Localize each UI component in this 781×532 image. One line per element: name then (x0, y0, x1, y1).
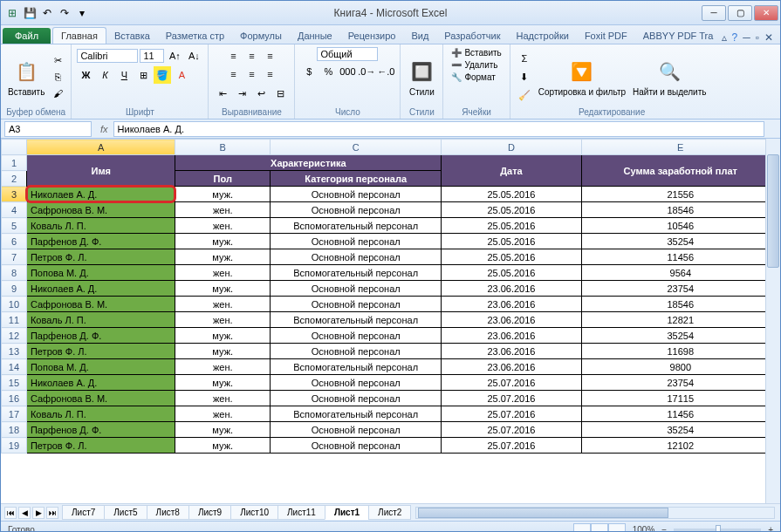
tab-developer[interactable]: Разработчик (436, 28, 508, 44)
align-bottom-icon[interactable]: ≡ (261, 47, 278, 65)
table-header-category[interactable]: Категория персонала (270, 171, 441, 187)
cell-date[interactable]: 25.07.2016 (442, 391, 581, 406)
decrease-font-icon[interactable]: A↓ (185, 47, 202, 65)
cell-name[interactable]: Николаев А. Д. (26, 187, 175, 202)
row-header[interactable]: 13 (2, 344, 27, 359)
increase-indent-icon[interactable]: ⇥ (233, 85, 250, 102)
increase-font-icon[interactable]: A↑ (166, 47, 183, 65)
row-header[interactable]: 9 (2, 281, 27, 297)
currency-icon[interactable]: $ (300, 63, 318, 80)
fill-color-icon[interactable]: 🪣 (154, 66, 171, 84)
hscroll-thumb[interactable] (418, 508, 668, 518)
align-center-icon[interactable]: ≡ (243, 65, 260, 83)
row-header[interactable]: 6 (2, 234, 27, 249)
tab-data[interactable]: Данные (290, 28, 340, 44)
minimize-ribbon-icon[interactable]: ▵ (722, 31, 727, 44)
cell-gender[interactable]: муж. (175, 281, 271, 297)
cell-salary[interactable]: 12821 (581, 312, 779, 328)
row-header[interactable]: 4 (2, 202, 27, 218)
sheet-tab[interactable]: Лист1 (325, 505, 369, 520)
copy-icon[interactable]: ⎘ (50, 69, 65, 85)
cell-date[interactable]: 25.05.2016 (442, 202, 581, 218)
cell-date[interactable]: 25.05.2016 (442, 249, 581, 265)
cell-gender[interactable]: муж. (175, 344, 271, 359)
cell-date[interactable]: 23.06.2016 (442, 344, 581, 359)
row-header[interactable]: 18 (2, 422, 27, 438)
cell-salary[interactable]: 11698 (581, 344, 779, 359)
col-header-b[interactable]: B (175, 140, 271, 155)
comma-icon[interactable]: 000 (339, 63, 356, 80)
tab-abbyy[interactable]: ABBYY PDF Tra (635, 28, 722, 44)
cell-salary[interactable]: 21556 (581, 187, 779, 202)
row-header[interactable]: 10 (2, 297, 27, 312)
insert-cells-button[interactable]: ➕Вставить (449, 47, 504, 58)
sheet-nav-prev-icon[interactable]: ◀ (18, 507, 31, 519)
zoom-thumb[interactable] (716, 525, 721, 533)
name-box[interactable] (4, 121, 92, 137)
col-header-e[interactable]: E (581, 140, 779, 155)
cell-gender[interactable]: муж. (175, 422, 271, 438)
cell-name[interactable]: Николаев А. Д. (26, 375, 175, 391)
decrease-indent-icon[interactable]: ⇤ (214, 85, 231, 102)
row-header[interactable]: 19 (2, 438, 27, 454)
cell-name[interactable]: Парфенов Д. Ф. (26, 328, 175, 344)
view-normal-icon[interactable] (573, 523, 591, 533)
horizontal-scrollbar[interactable] (415, 507, 775, 519)
row-header[interactable]: 2 (2, 171, 27, 187)
view-pagebreak-icon[interactable] (608, 523, 626, 533)
cell-gender[interactable]: муж. (175, 234, 271, 249)
cell-gender[interactable]: муж. (175, 438, 271, 454)
cell-gender[interactable]: муж. (175, 249, 271, 265)
scroll-thumb[interactable] (767, 154, 779, 268)
redo-icon[interactable]: ↷ (57, 5, 72, 21)
cell-date[interactable]: 23.06.2016 (442, 281, 581, 297)
cut-icon[interactable]: ✂ (50, 52, 65, 68)
cell-gender[interactable]: муж. (175, 375, 271, 391)
cell-salary[interactable]: 17115 (581, 391, 779, 406)
cell-salary[interactable]: 23754 (581, 375, 779, 391)
doc-restore-icon[interactable]: ▫ (756, 31, 759, 44)
cell-category[interactable]: Основной персонал (270, 234, 441, 249)
cell-name[interactable]: Сафронова В. М. (26, 202, 175, 218)
font-size-select[interactable] (140, 49, 164, 63)
cell-category[interactable]: Вспомогательный персонал (270, 312, 441, 328)
cell-date[interactable]: 25.05.2016 (442, 234, 581, 249)
table-header-gender[interactable]: Пол (175, 171, 271, 187)
sheet-tab[interactable]: Лист10 (230, 505, 278, 520)
percent-icon[interactable]: % (319, 63, 337, 80)
cell-category[interactable]: Основной персонал (270, 344, 441, 359)
sheet-tab[interactable]: Лист5 (104, 505, 147, 520)
cell-date[interactable]: 25.05.2016 (442, 218, 581, 234)
cell-category[interactable]: Основной персонал (270, 422, 441, 438)
cell-category[interactable]: Вспомогательный персонал (270, 265, 441, 281)
cell-category[interactable]: Вспомогательный персонал (270, 406, 441, 422)
cell-category[interactable]: Основной персонал (270, 249, 441, 265)
cell-category[interactable]: Основной персонал (270, 391, 441, 406)
cell-category[interactable]: Основной персонал (270, 328, 441, 344)
cell-category[interactable]: Основной персонал (270, 281, 441, 297)
row-header[interactable]: 5 (2, 218, 27, 234)
wrap-text-icon[interactable]: ↩ (252, 85, 270, 102)
merge-icon[interactable]: ⊟ (271, 85, 289, 102)
cell-category[interactable]: Основной персонал (270, 297, 441, 312)
cell-name[interactable]: Петров Ф. Л. (26, 344, 175, 359)
sheet-tab[interactable]: Лист8 (147, 505, 189, 520)
cell-salary[interactable]: 12102 (581, 438, 779, 454)
cell-gender[interactable]: жен. (175, 265, 271, 281)
zoom-slider[interactable] (674, 529, 761, 532)
cell-name[interactable]: Парфенов Д. Ф. (26, 422, 175, 438)
font-name-select[interactable] (77, 49, 138, 63)
italic-button[interactable]: К (96, 66, 113, 84)
tab-review[interactable]: Рецензиро (340, 28, 404, 44)
col-header-a[interactable]: A (26, 140, 175, 155)
sheet-tab[interactable]: Лист2 (368, 505, 411, 520)
format-painter-icon[interactable]: 🖌 (50, 85, 65, 101)
zoom-in-icon[interactable]: + (768, 525, 773, 532)
align-top-icon[interactable]: ≡ (224, 47, 242, 65)
minimize-button[interactable]: ─ (702, 5, 726, 21)
cell-salary[interactable]: 35254 (581, 328, 779, 344)
cell-date[interactable]: 23.06.2016 (442, 359, 581, 375)
cell-date[interactable]: 23.06.2016 (442, 297, 581, 312)
cell-name[interactable]: Попова М. Д. (26, 359, 175, 375)
cell-salary[interactable]: 11456 (581, 249, 779, 265)
